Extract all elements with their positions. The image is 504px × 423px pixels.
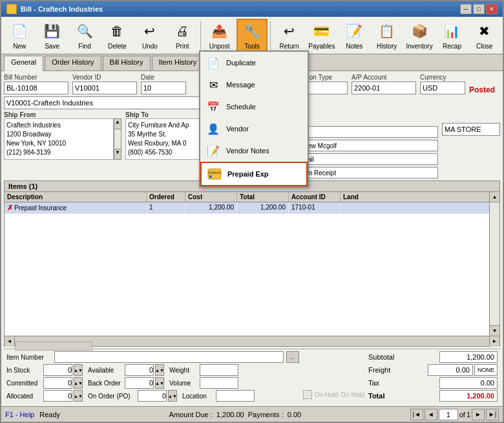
date-input[interactable]	[141, 81, 186, 94]
location-input[interactable]	[216, 390, 255, 402]
minimize-button[interactable]: ─	[460, 4, 472, 14]
payables-button[interactable]: 💳 Payables	[306, 19, 337, 52]
notes-button[interactable]: 📝 Notes	[339, 19, 370, 52]
ship-from-scroll-up[interactable]: ▲	[114, 119, 121, 129]
message-label: Message	[226, 81, 255, 89]
invoice-no-input[interactable]	[289, 126, 438, 138]
scroll-up-btn[interactable]: ▲	[490, 192, 499, 202]
nav-first-btn[interactable]: |◄	[410, 409, 423, 420]
delete-label: Delete	[108, 43, 127, 50]
committed-input[interactable]	[43, 377, 72, 389]
prepaid-exp-icon	[207, 166, 222, 182]
tab-order-history[interactable]: Order History	[45, 56, 101, 70]
h-scroll-thumb[interactable]	[15, 342, 92, 351]
menu-item-vendor[interactable]: 👤 Vendor	[200, 118, 308, 140]
ship-via-input[interactable]	[289, 153, 438, 165]
vendor-notes-icon: 📝	[205, 143, 221, 158]
scroll-down-btn[interactable]: ▼	[490, 325, 499, 336]
cell-account-id: 1710-01	[289, 202, 341, 213]
allocated-btn[interactable]: ▲▼	[74, 390, 83, 402]
tab-item-history[interactable]: Item History	[152, 56, 204, 70]
col-ordered: Ordered	[147, 192, 185, 202]
close-button[interactable]: ✖ Close	[469, 19, 500, 52]
vendor-id-label: Vendor ID	[72, 74, 137, 81]
maximize-button[interactable]: □	[473, 4, 485, 14]
vendor-id-input[interactable]	[72, 81, 137, 94]
new-label: New	[13, 43, 26, 50]
menu-item-message[interactable]: ✉ Message	[200, 74, 308, 96]
save-button[interactable]: 💾 Save	[36, 19, 67, 52]
nav-last-btn[interactable]: ►|	[486, 409, 499, 420]
on-hold-label: On Hold	[315, 391, 339, 398]
in-stock-btn[interactable]: ▲▼	[74, 364, 83, 376]
menu-item-duplicate[interactable]: 📄 Duplicate	[200, 52, 308, 74]
recap-button[interactable]: 📊 Recap	[436, 19, 467, 52]
of-label: of	[459, 411, 465, 418]
back-order-row: Back Order ▲▼	[88, 377, 164, 389]
allocated-input[interactable]	[43, 390, 72, 402]
return-button[interactable]: ↩ Return	[273, 19, 304, 52]
menu-item-vendor-notes[interactable]: 📝 Vendor Notes	[200, 140, 308, 162]
item-number-input[interactable]	[54, 351, 284, 363]
volume-input[interactable]	[200, 377, 238, 389]
new-button[interactable]: 📄 New	[4, 19, 35, 52]
status-left: F1 - Help Ready	[5, 411, 60, 418]
vendor-notes-label: Vendor Notes	[226, 147, 269, 155]
freight-row: Freight	[368, 364, 498, 376]
available-input[interactable]	[125, 364, 154, 376]
nav-next-btn[interactable]: ►	[472, 409, 485, 420]
back-order-btn[interactable]: ▲▼	[155, 377, 164, 389]
bill-number-input[interactable]	[4, 81, 68, 94]
contact-input[interactable]	[289, 140, 438, 151]
menu-item-prepaid-exp[interactable]: Prepaid Exp	[200, 162, 308, 186]
table-row[interactable]: ✗ Prepaid Insurance 1 1,200.00 1,200.00 …	[5, 202, 489, 214]
undo-label: Undo	[142, 43, 158, 50]
close-label: Close	[476, 43, 493, 50]
in-stock-input[interactable]	[43, 364, 72, 376]
weight-input[interactable]	[200, 364, 238, 376]
ship-from-scroll-down[interactable]: ▼	[114, 149, 121, 159]
menu-item-schedule[interactable]: 📅 Schedule	[200, 96, 308, 118]
tools-button[interactable]: 🔧 Tools	[236, 19, 268, 52]
ship-from-group: Ship From Craftech Industries1200 Broadw…	[4, 111, 121, 179]
unpost-button[interactable]: 📤 Unpost	[204, 19, 235, 52]
scroll-right-btn[interactable]: ►	[489, 336, 499, 347]
on-order-label: On Order (PO)	[88, 393, 136, 400]
currency-group: Currency	[420, 74, 465, 94]
undo-button[interactable]: ↩ Undo	[134, 19, 165, 52]
total-input[interactable]	[439, 390, 498, 402]
freight-none-input[interactable]	[474, 364, 498, 376]
terms-input[interactable]	[289, 167, 438, 179]
notes-icon: 📝	[344, 21, 364, 41]
history-button[interactable]: 📋 History	[371, 19, 402, 52]
item-number-browse[interactable]: ...	[286, 351, 299, 363]
help-text[interactable]: F1 - Help	[5, 411, 34, 418]
print-label: Print	[176, 43, 189, 50]
scroll-left-btn[interactable]: ◄	[5, 336, 15, 347]
on-hold-checkbox[interactable]	[303, 390, 312, 399]
ap-account-input[interactable]	[352, 81, 416, 94]
currency-input[interactable]	[420, 81, 465, 94]
nav-prev-btn[interactable]: ◄	[425, 409, 437, 420]
delete-button[interactable]: 🗑 Delete	[101, 19, 132, 52]
on-order-btn[interactable]: ▲▼	[168, 390, 177, 402]
tab-bill-history[interactable]: Bill History	[103, 56, 151, 70]
close-window-button[interactable]: ✕	[486, 4, 498, 14]
tab-general[interactable]: General	[4, 56, 43, 71]
items-section: Items (1) Description Ordered Cost Total…	[4, 180, 500, 347]
find-button[interactable]: 🔍 Find	[69, 19, 100, 52]
status-nav: |◄ ◄ of 1 ► ►|	[410, 409, 499, 420]
item-number-row: Item Number ...	[6, 351, 299, 363]
subtotal-input[interactable]	[439, 351, 498, 363]
back-order-input[interactable]	[125, 377, 154, 389]
inventory-button[interactable]: 📦 Inventory	[404, 19, 435, 52]
store-input[interactable]	[442, 123, 500, 136]
freight-input[interactable]	[428, 364, 473, 376]
on-order-input[interactable]	[138, 390, 167, 402]
print-button[interactable]: 🖨 Print	[167, 19, 198, 52]
available-btn[interactable]: ▲▼	[155, 364, 164, 376]
return-icon: ↩	[278, 21, 299, 41]
page-input[interactable]	[439, 409, 458, 420]
committed-btn[interactable]: ▲▼	[74, 377, 83, 389]
tax-input[interactable]	[439, 377, 498, 389]
